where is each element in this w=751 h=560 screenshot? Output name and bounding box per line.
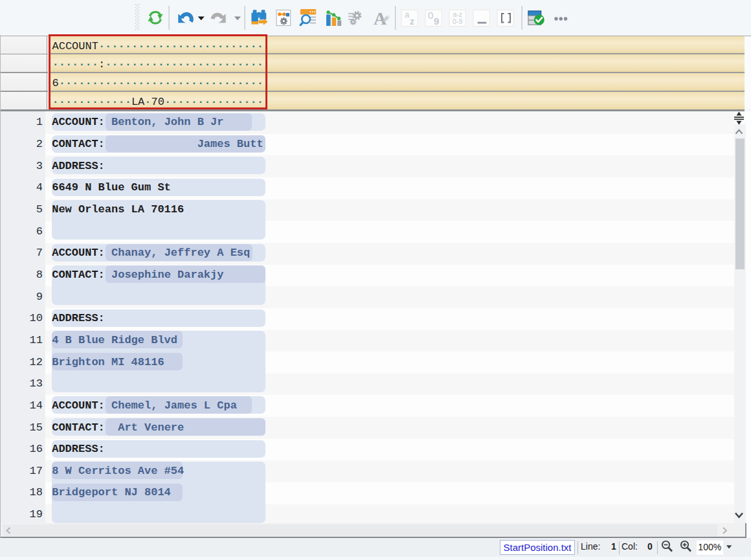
svg-text:0: 0	[428, 10, 433, 21]
svg-text:a: a	[405, 10, 410, 19]
svg-text:0-9: 0-9	[453, 17, 462, 25]
svg-text:9: 9	[434, 16, 439, 27]
svg-text:z: z	[410, 16, 414, 27]
